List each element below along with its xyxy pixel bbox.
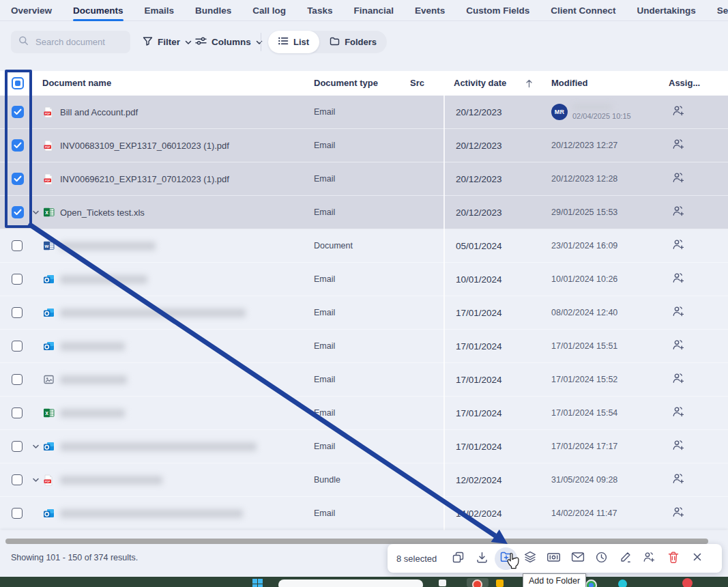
svg-text:PDF: PDF — [45, 112, 50, 115]
assign-user-button[interactable] — [672, 196, 685, 229]
tab-call-log[interactable]: Call log — [252, 0, 286, 20]
assign-user-button[interactable] — [672, 497, 685, 530]
row-checkbox[interactable] — [12, 106, 24, 118]
assign-user-button[interactable] — [672, 296, 685, 329]
tab-undertakings[interactable]: Undertakings — [637, 0, 695, 20]
email-action-button[interactable] — [566, 544, 589, 573]
assign-action-button[interactable] — [637, 544, 661, 573]
layers-action-button[interactable] — [518, 544, 542, 573]
yellow-app-icon[interactable] — [496, 579, 504, 587]
row-checkbox[interactable] — [12, 341, 23, 352]
table-row[interactable]: wDocument05/01/202423/01/2024 16:09 — [0, 229, 728, 263]
table-row[interactable]: Email17/01/202417/01/2024 17:17 — [0, 430, 728, 463]
assign-user-button[interactable] — [672, 229, 685, 262]
tab-documents[interactable]: Documents — [73, 0, 123, 20]
view-toggle-folders[interactable]: Folders — [319, 31, 387, 53]
assign-user-button[interactable] — [672, 263, 685, 296]
table-row[interactable]: Email17/01/202417/01/2024 15:52 — [0, 363, 728, 397]
document-name: Open_Tickets test.xls — [60, 207, 145, 218]
tab-custom-fields[interactable]: Custom Fields — [466, 0, 529, 20]
assign-user-button[interactable] — [672, 397, 685, 429]
activity-date: 20/12/2023 — [456, 129, 502, 162]
tab-financial[interactable]: Financial — [353, 0, 394, 20]
tab-client-connect[interactable]: Client Connect — [551, 0, 615, 20]
table-row[interactable]: Email10/01/202410/01/2024 10:26 — [0, 263, 728, 296]
table-row[interactable]: PDFINV00696210_EXP1317_07012023 (1).pdfE… — [0, 162, 728, 196]
assign-user-button[interactable] — [672, 162, 685, 195]
taskbar-search[interactable] — [278, 579, 423, 587]
row-checkbox[interactable] — [12, 139, 24, 152]
add-to-folder-action-button[interactable] — [494, 544, 518, 573]
outlook-file-icon — [42, 274, 55, 285]
row-checkbox[interactable] — [12, 206, 24, 218]
tab-settings[interactable]: Settings — [717, 0, 728, 20]
horizontal-scrollbar[interactable] — [5, 539, 708, 544]
select-all-checkbox[interactable] — [12, 77, 24, 89]
table-row[interactable]: Email17/01/202408/02/2024 12:40 — [0, 296, 728, 330]
svg-text:w: w — [44, 243, 48, 249]
table-row[interactable]: xEmail17/01/202417/01/2024 15:54 — [0, 397, 728, 430]
document-type: Email — [314, 397, 335, 429]
search-box[interactable] — [11, 31, 130, 53]
avatar: MR — [551, 104, 568, 120]
table-row[interactable]: PDFBundle12/02/202431/05/2024 09:28 — [0, 463, 728, 497]
assign-user-button[interactable] — [672, 129, 685, 162]
tab-bundles[interactable]: Bundles — [195, 0, 231, 20]
tab-tasks[interactable]: Tasks — [307, 0, 332, 20]
teal-app-icon[interactable] — [618, 579, 627, 587]
column-header-modified[interactable]: Modified — [551, 71, 587, 96]
table-row[interactable]: xOpen_Tickets test.xlsEmail20/12/202329/… — [0, 196, 728, 229]
document-type: Email — [314, 263, 335, 296]
close-action-button[interactable] — [685, 544, 709, 573]
row-checkbox[interactable] — [12, 173, 24, 185]
row-checkbox[interactable] — [12, 407, 23, 418]
windows-logo-icon[interactable] — [252, 579, 263, 587]
tab-emails[interactable]: Emails — [145, 0, 175, 20]
row-checkbox[interactable] — [12, 508, 23, 519]
edit-icon — [619, 551, 632, 567]
search-input[interactable] — [34, 36, 123, 48]
history-action-button[interactable] — [589, 544, 613, 573]
expand-chevron-icon[interactable] — [30, 476, 41, 485]
copy-action-button[interactable] — [446, 544, 470, 573]
assign-user-button[interactable] — [672, 363, 685, 396]
columns-button[interactable]: Columns — [195, 31, 263, 53]
expand-chevron-icon[interactable] — [30, 208, 41, 217]
row-checkbox[interactable] — [12, 374, 23, 385]
ocr-action-button[interactable] — [542, 544, 566, 573]
row-checkbox[interactable] — [12, 474, 23, 485]
table-row[interactable]: Email14/02/202414/02/2024 11:47 — [0, 497, 728, 530]
assign-user-button[interactable] — [672, 430, 685, 463]
edit-action-button[interactable] — [613, 544, 637, 573]
tab-events[interactable]: Events — [415, 0, 445, 20]
column-header-type[interactable]: Document type — [314, 71, 378, 96]
assign-user-button[interactable] — [672, 96, 685, 128]
view-toggle-list[interactable]: List — [268, 31, 319, 53]
row-checkbox[interactable] — [12, 441, 23, 452]
row-checkbox[interactable] — [12, 307, 23, 318]
white-app-icon[interactable] — [439, 579, 446, 586]
table-row[interactable]: PDFBill and Account.pdfEmail20/12/2023MR… — [0, 96, 728, 129]
filter-button[interactable]: Filter — [143, 31, 192, 53]
column-header-src[interactable]: Src — [410, 71, 424, 96]
activity-date: 20/12/2023 — [456, 196, 502, 229]
row-checkbox[interactable] — [12, 274, 23, 285]
assign-user-button[interactable] — [672, 330, 685, 362]
red-app-icon[interactable] — [472, 579, 482, 587]
column-header-assigned[interactable]: Assig... — [669, 71, 700, 96]
assign-user-button[interactable] — [672, 463, 685, 496]
delete-action-button[interactable] — [661, 544, 685, 573]
table-row[interactable]: Email17/01/202417/01/2024 15:51 — [0, 330, 728, 363]
expand-chevron-icon[interactable] — [30, 442, 41, 451]
assign-icon — [643, 551, 656, 566]
row-checkbox[interactable] — [12, 240, 23, 251]
sort-ascending-icon[interactable] — [525, 78, 533, 91]
table-row[interactable]: PDFINV00683109_EXP1317_06012023 (1).pdfE… — [0, 129, 728, 162]
download-action-button[interactable] — [470, 544, 494, 573]
tab-overview[interactable]: Overview — [11, 0, 52, 20]
column-header-name[interactable]: Document name — [42, 71, 111, 96]
chrome-app-icon[interactable] — [585, 579, 597, 587]
modified-datetime: 17/01/2024 15:51 — [551, 341, 617, 351]
column-header-activity[interactable]: Activity date — [454, 71, 506, 96]
red-round-app-icon[interactable] — [682, 578, 693, 587]
